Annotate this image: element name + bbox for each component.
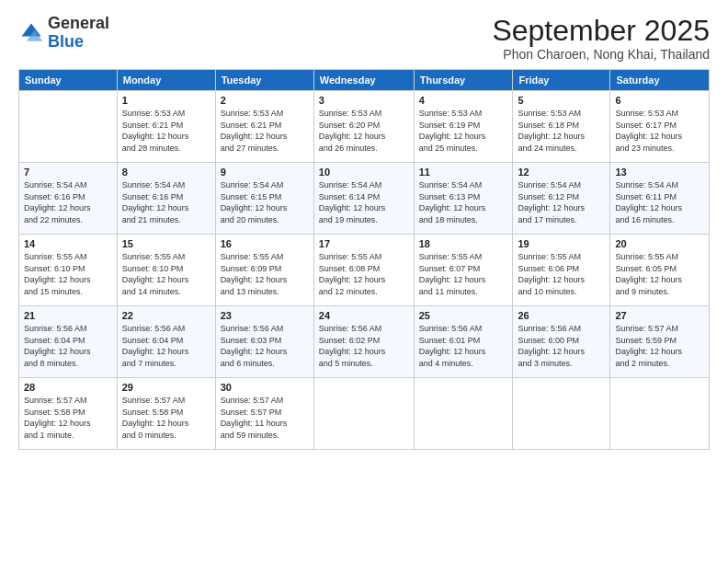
col-wednesday: Wednesday: [313, 70, 414, 91]
day-info: Sunrise: 5:55 AM Sunset: 6:10 PM Dayligh…: [24, 251, 112, 297]
day-number: 6: [615, 95, 704, 106]
calendar-week-row: 1Sunrise: 5:53 AM Sunset: 6:21 PM Daylig…: [19, 91, 710, 163]
day-info: Sunrise: 5:53 AM Sunset: 6:21 PM Dayligh…: [122, 108, 210, 154]
day-info: Sunrise: 5:54 AM Sunset: 6:13 PM Dayligh…: [419, 179, 508, 225]
table-row: 2Sunrise: 5:53 AM Sunset: 6:21 PM Daylig…: [215, 91, 313, 163]
day-info: Sunrise: 5:56 AM Sunset: 6:01 PM Dayligh…: [419, 323, 508, 369]
table-row: 5Sunrise: 5:53 AM Sunset: 6:18 PM Daylig…: [513, 91, 610, 163]
day-info: Sunrise: 5:54 AM Sunset: 6:15 PM Dayligh…: [221, 179, 309, 225]
table-row: 29Sunrise: 5:57 AM Sunset: 5:58 PM Dayli…: [117, 378, 215, 450]
day-info: Sunrise: 5:57 AM Sunset: 5:58 PM Dayligh…: [122, 395, 210, 441]
day-number: 13: [615, 167, 704, 178]
calendar-week-row: 14Sunrise: 5:55 AM Sunset: 6:10 PM Dayli…: [19, 235, 710, 306]
table-row: 6Sunrise: 5:53 AM Sunset: 6:17 PM Daylig…: [610, 91, 710, 163]
day-info: Sunrise: 5:55 AM Sunset: 6:07 PM Dayligh…: [419, 251, 508, 297]
table-row: 8Sunrise: 5:54 AM Sunset: 6:16 PM Daylig…: [117, 163, 215, 235]
day-info: Sunrise: 5:54 AM Sunset: 6:11 PM Dayligh…: [615, 179, 704, 225]
table-row: [414, 378, 513, 450]
table-row: 24Sunrise: 5:56 AM Sunset: 6:02 PM Dayli…: [313, 306, 414, 378]
day-info: Sunrise: 5:55 AM Sunset: 6:06 PM Dayligh…: [518, 251, 605, 297]
table-row: 12Sunrise: 5:54 AM Sunset: 6:12 PM Dayli…: [513, 163, 610, 235]
calendar-week-row: 28Sunrise: 5:57 AM Sunset: 5:58 PM Dayli…: [19, 378, 710, 450]
logo-general: General: [48, 14, 109, 32]
day-info: Sunrise: 5:56 AM Sunset: 6:00 PM Dayligh…: [518, 323, 605, 369]
table-row: 22Sunrise: 5:56 AM Sunset: 6:04 PM Dayli…: [117, 306, 215, 378]
table-row: 7Sunrise: 5:54 AM Sunset: 6:16 PM Daylig…: [19, 163, 118, 235]
day-info: Sunrise: 5:57 AM Sunset: 5:57 PM Dayligh…: [221, 395, 309, 441]
day-number: 12: [518, 167, 605, 178]
calendar-table: Sunday Monday Tuesday Wednesday Thursday…: [18, 69, 710, 450]
table-row: [610, 378, 710, 450]
table-row: 1Sunrise: 5:53 AM Sunset: 6:21 PM Daylig…: [117, 91, 215, 163]
logo-text: General Blue: [48, 15, 109, 52]
month-title: September 2025: [492, 15, 710, 47]
day-info: Sunrise: 5:54 AM Sunset: 6:14 PM Dayligh…: [319, 179, 409, 225]
table-row: 17Sunrise: 5:55 AM Sunset: 6:08 PM Dayli…: [313, 235, 414, 306]
table-row: 16Sunrise: 5:55 AM Sunset: 6:09 PM Dayli…: [215, 235, 313, 306]
calendar-header-row: Sunday Monday Tuesday Wednesday Thursday…: [19, 70, 710, 91]
day-number: 4: [419, 95, 508, 106]
col-sunday: Sunday: [19, 70, 118, 91]
title-block: September 2025 Phon Charoen, Nong Khai, …: [492, 15, 710, 62]
day-number: 26: [518, 310, 605, 321]
logo-icon: [18, 20, 44, 46]
table-row: 25Sunrise: 5:56 AM Sunset: 6:01 PM Dayli…: [414, 306, 513, 378]
day-info: Sunrise: 5:55 AM Sunset: 6:10 PM Dayligh…: [122, 251, 210, 297]
day-number: 27: [615, 310, 704, 321]
day-number: 29: [122, 382, 210, 393]
day-number: 23: [221, 310, 309, 321]
table-row: 20Sunrise: 5:55 AM Sunset: 6:05 PM Dayli…: [610, 235, 710, 306]
table-row: 26Sunrise: 5:56 AM Sunset: 6:00 PM Dayli…: [513, 306, 610, 378]
table-row: 18Sunrise: 5:55 AM Sunset: 6:07 PM Dayli…: [414, 235, 513, 306]
day-number: 19: [518, 238, 605, 249]
table-row: 15Sunrise: 5:55 AM Sunset: 6:10 PM Dayli…: [117, 235, 215, 306]
day-number: 25: [419, 310, 508, 321]
day-info: Sunrise: 5:56 AM Sunset: 6:04 PM Dayligh…: [122, 323, 210, 369]
day-info: Sunrise: 5:53 AM Sunset: 6:19 PM Dayligh…: [419, 108, 508, 154]
day-info: Sunrise: 5:54 AM Sunset: 6:16 PM Dayligh…: [24, 179, 112, 225]
day-info: Sunrise: 5:56 AM Sunset: 6:04 PM Dayligh…: [24, 323, 112, 369]
day-info: Sunrise: 5:53 AM Sunset: 6:21 PM Dayligh…: [221, 108, 309, 154]
table-row: 4Sunrise: 5:53 AM Sunset: 6:19 PM Daylig…: [414, 91, 513, 163]
page: General Blue September 2025 Phon Charoen…: [0, 0, 728, 563]
day-number: 14: [24, 238, 112, 249]
logo-blue: Blue: [48, 32, 84, 51]
day-number: 16: [221, 238, 309, 249]
day-number: 28: [24, 382, 112, 393]
table-row: 14Sunrise: 5:55 AM Sunset: 6:10 PM Dayli…: [19, 235, 118, 306]
day-number: 20: [615, 238, 704, 249]
table-row: 23Sunrise: 5:56 AM Sunset: 6:03 PM Dayli…: [215, 306, 313, 378]
day-info: Sunrise: 5:57 AM Sunset: 5:59 PM Dayligh…: [615, 323, 704, 369]
day-info: Sunrise: 5:55 AM Sunset: 6:05 PM Dayligh…: [615, 251, 704, 297]
col-friday: Friday: [513, 70, 610, 91]
day-number: 17: [319, 238, 409, 249]
day-number: 21: [24, 310, 112, 321]
day-info: Sunrise: 5:56 AM Sunset: 6:03 PM Dayligh…: [221, 323, 309, 369]
day-number: 7: [24, 167, 112, 178]
day-number: 9: [221, 167, 309, 178]
table-row: 19Sunrise: 5:55 AM Sunset: 6:06 PM Dayli…: [513, 235, 610, 306]
day-number: 10: [319, 167, 409, 178]
day-info: Sunrise: 5:54 AM Sunset: 6:12 PM Dayligh…: [518, 179, 605, 225]
table-row: 13Sunrise: 5:54 AM Sunset: 6:11 PM Dayli…: [610, 163, 710, 235]
calendar-week-row: 21Sunrise: 5:56 AM Sunset: 6:04 PM Dayli…: [19, 306, 710, 378]
header: General Blue September 2025 Phon Charoen…: [18, 15, 710, 62]
day-number: 11: [419, 167, 508, 178]
day-info: Sunrise: 5:53 AM Sunset: 6:18 PM Dayligh…: [518, 108, 605, 154]
day-number: 5: [518, 95, 605, 106]
day-number: 18: [419, 238, 508, 249]
day-info: Sunrise: 5:56 AM Sunset: 6:02 PM Dayligh…: [319, 323, 409, 369]
logo: General Blue: [18, 15, 109, 52]
table-row: 10Sunrise: 5:54 AM Sunset: 6:14 PM Dayli…: [313, 163, 414, 235]
day-info: Sunrise: 5:53 AM Sunset: 6:17 PM Dayligh…: [615, 108, 704, 154]
day-info: Sunrise: 5:57 AM Sunset: 5:58 PM Dayligh…: [24, 395, 112, 441]
col-thursday: Thursday: [414, 70, 513, 91]
day-number: 2: [221, 95, 309, 106]
table-row: [313, 378, 414, 450]
day-number: 24: [319, 310, 409, 321]
table-row: 30Sunrise: 5:57 AM Sunset: 5:57 PM Dayli…: [215, 378, 313, 450]
table-row: 27Sunrise: 5:57 AM Sunset: 5:59 PM Dayli…: [610, 306, 710, 378]
table-row: [513, 378, 610, 450]
calendar-week-row: 7Sunrise: 5:54 AM Sunset: 6:16 PM Daylig…: [19, 163, 710, 235]
col-tuesday: Tuesday: [215, 70, 313, 91]
